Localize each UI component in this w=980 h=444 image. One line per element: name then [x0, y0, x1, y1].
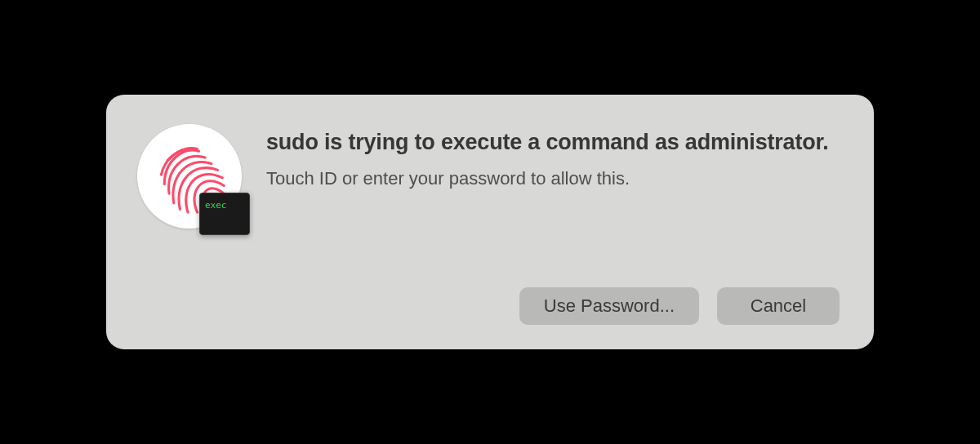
- requesting-app-icon: exec: [199, 193, 250, 235]
- use-password-button[interactable]: Use Password...: [519, 287, 699, 325]
- dialog-content-row: exec sudo is trying to execute a command…: [137, 124, 840, 230]
- dialog-button-row: Use Password... Cancel: [137, 287, 840, 325]
- dialog-subtitle: Touch ID or enter your password to allow…: [266, 167, 840, 191]
- cancel-button[interactable]: Cancel: [717, 287, 840, 325]
- dialog-title: sudo is trying to execute a command as a…: [266, 129, 840, 156]
- auth-dialog: exec sudo is trying to execute a command…: [106, 95, 874, 349]
- dialog-text-block: sudo is trying to execute a command as a…: [266, 124, 840, 191]
- dialog-icon-stack: exec: [137, 124, 243, 230]
- overlay-app-label: exec: [205, 200, 227, 211]
